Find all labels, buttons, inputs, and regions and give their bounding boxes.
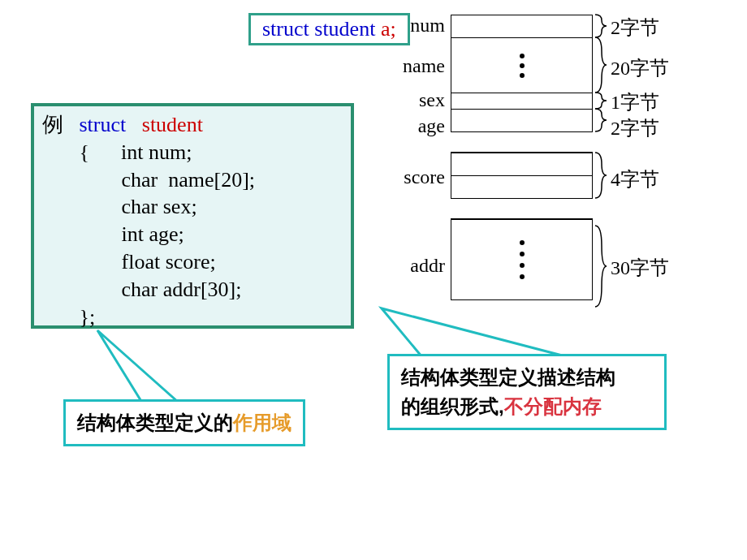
- callout1-text1: 结构体类型定义的: [77, 411, 233, 433]
- mem-cell-sex: [451, 93, 593, 109]
- code-line-2: char name[20];: [122, 168, 256, 192]
- size-num: 2字节: [611, 15, 659, 41]
- label-example: 例: [42, 113, 63, 136]
- label-num: num: [380, 15, 445, 37]
- mem-cell-score-a: [451, 153, 593, 175]
- svg-marker-1: [382, 308, 568, 357]
- size-sex: 1字节: [611, 89, 659, 115]
- callout-scope: 结构体类型定义的作用域: [63, 399, 305, 446]
- brace-close: };: [80, 305, 96, 329]
- mem-gap-2: [451, 198, 593, 219]
- mem-cell-num: [451, 15, 593, 37]
- mem-cell-addr: [451, 219, 593, 300]
- label-name: name: [380, 55, 445, 77]
- label-addr: addr: [380, 255, 445, 277]
- label-sex: sex: [380, 89, 445, 111]
- label-age: age: [380, 115, 445, 137]
- code-line-6: char addr[30];: [122, 278, 242, 301]
- mem-cell-name: [451, 37, 593, 93]
- code-line-5: float score;: [122, 250, 216, 274]
- callout1-text2: 作用域: [233, 411, 291, 433]
- size-name: 20字节: [611, 55, 669, 81]
- callout2-line1: 结构体类型定义描述结构: [401, 366, 615, 388]
- dots-icon: [520, 54, 525, 78]
- size-addr: 30字节: [611, 255, 669, 281]
- mem-gap-1: [451, 131, 593, 153]
- memory-diagram: [451, 15, 593, 300]
- brace-open: {: [80, 140, 89, 164]
- callout2-line2a: 的组织形式,: [401, 395, 504, 417]
- dots-icon: [520, 240, 525, 279]
- label-score: score: [380, 166, 445, 188]
- size-score: 4字节: [611, 166, 659, 192]
- kw-student2: student: [142, 113, 203, 136]
- kw-struct: struct: [262, 17, 309, 41]
- code-box: 例 struct student { int num; char name[20…: [31, 103, 354, 329]
- mem-cell-score-b: [451, 175, 593, 198]
- callout2-line2b: 不分配内存: [504, 395, 602, 417]
- size-age: 2字节: [611, 115, 659, 141]
- code-line-4: int age;: [122, 222, 184, 246]
- code-line-3: char sex;: [122, 195, 197, 218]
- mem-cell-age: [451, 109, 593, 131]
- code-line-1: int num;: [121, 140, 192, 164]
- callout-allocation: 结构体类型定义描述结构 的组织形式,不分配内存: [387, 354, 667, 430]
- svg-marker-0: [97, 330, 179, 403]
- kw-struct2: struct: [80, 113, 127, 136]
